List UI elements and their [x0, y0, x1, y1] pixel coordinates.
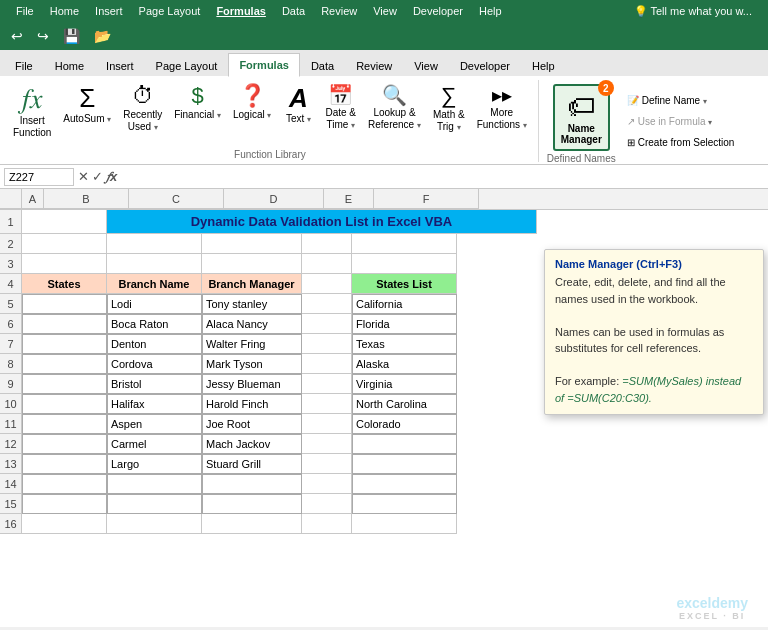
cell-c15[interactable]: [107, 494, 202, 514]
cell-e6[interactable]: [302, 314, 352, 334]
cell-d4-header[interactable]: Branch Manager: [202, 274, 302, 294]
cell-title[interactable]: Dynamic Data Validation List in Excel VB…: [107, 210, 537, 234]
save-button[interactable]: 💾: [58, 25, 85, 47]
cell-e10[interactable]: [302, 394, 352, 414]
cell-c6[interactable]: Boca Raton: [107, 314, 202, 334]
cell-f11[interactable]: Colorado: [352, 414, 457, 434]
cell-b11[interactable]: [22, 414, 107, 434]
col-header-f[interactable]: F: [374, 189, 479, 209]
cell-c4-header[interactable]: Branch Name: [107, 274, 202, 294]
menu-home[interactable]: Home: [42, 3, 87, 19]
cell-b7[interactable]: [22, 334, 107, 354]
recently-used-button[interactable]: ⏱ RecentlyUsed ▾: [118, 82, 167, 136]
cell-b14[interactable]: [22, 474, 107, 494]
cell-f8[interactable]: Alaska: [352, 354, 457, 374]
cell-d2[interactable]: [202, 234, 302, 254]
col-header-d[interactable]: D: [224, 189, 324, 209]
menu-developer[interactable]: Developer: [405, 3, 471, 19]
cell-c14[interactable]: [107, 474, 202, 494]
cancel-formula-icon[interactable]: ✕: [78, 169, 89, 185]
cell-c8[interactable]: Cordova: [107, 354, 202, 374]
open-button[interactable]: 📂: [89, 25, 116, 47]
cell-f7[interactable]: Texas: [352, 334, 457, 354]
tab-page-layout[interactable]: Page Layout: [145, 54, 229, 76]
cell-e16[interactable]: [302, 514, 352, 534]
cell-b15[interactable]: [22, 494, 107, 514]
cell-b12[interactable]: [22, 434, 107, 454]
cell-e2[interactable]: [302, 234, 352, 254]
cell-f12[interactable]: [352, 434, 457, 454]
cell-c5[interactable]: Lodi: [107, 294, 202, 314]
autosum-button[interactable]: Σ AutoSum ▾: [58, 82, 116, 128]
cell-d16[interactable]: [202, 514, 302, 534]
cell-f3[interactable]: [352, 254, 457, 274]
cell-d8[interactable]: Mark Tyson: [202, 354, 302, 374]
cell-d15[interactable]: [202, 494, 302, 514]
cell-d3[interactable]: [202, 254, 302, 274]
col-header-c[interactable]: C: [129, 189, 224, 209]
menu-view[interactable]: View: [365, 3, 405, 19]
cell-c11[interactable]: Aspen: [107, 414, 202, 434]
cell-b2[interactable]: [22, 234, 107, 254]
cell-e7[interactable]: [302, 334, 352, 354]
cell-f15[interactable]: [352, 494, 457, 514]
tab-formulas[interactable]: Formulas: [228, 53, 300, 77]
cell-d6[interactable]: Alaca Nancy: [202, 314, 302, 334]
cell-b6[interactable]: [22, 314, 107, 334]
menu-data[interactable]: Data: [274, 3, 313, 19]
cell-b10[interactable]: [22, 394, 107, 414]
date-time-button[interactable]: 📅 Date &Time ▾: [320, 82, 361, 134]
cell-f6[interactable]: Florida: [352, 314, 457, 334]
math-trig-button[interactable]: ∑ Math &Trig ▾: [428, 82, 470, 136]
cell-e13[interactable]: [302, 454, 352, 474]
cell-b8[interactable]: [22, 354, 107, 374]
cell-d7[interactable]: Walter Fring: [202, 334, 302, 354]
cell-e8[interactable]: [302, 354, 352, 374]
tab-view[interactable]: View: [403, 54, 449, 76]
cell-f4-header[interactable]: States List: [352, 274, 457, 294]
tab-data[interactable]: Data: [300, 54, 345, 76]
formula-input[interactable]: [121, 168, 764, 186]
cell-c13[interactable]: Largo: [107, 454, 202, 474]
redo-button[interactable]: ↪: [32, 25, 54, 47]
cell-e15[interactable]: [302, 494, 352, 514]
financial-button[interactable]: $ Financial ▾: [169, 82, 226, 124]
more-functions-button[interactable]: ▸▸ MoreFunctions ▾: [472, 82, 532, 134]
text-button[interactable]: A Text ▾: [278, 82, 318, 128]
undo-button[interactable]: ↩: [6, 25, 28, 47]
menu-formulas[interactable]: Formulas: [208, 3, 274, 19]
tab-developer[interactable]: Developer: [449, 54, 521, 76]
lookup-reference-button[interactable]: 🔍 Lookup &Reference ▾: [363, 82, 426, 134]
cell-c16[interactable]: [107, 514, 202, 534]
cell-e9[interactable]: [302, 374, 352, 394]
tab-review[interactable]: Review: [345, 54, 403, 76]
cell-b9[interactable]: [22, 374, 107, 394]
tab-insert[interactable]: Insert: [95, 54, 145, 76]
menu-file[interactable]: File: [8, 3, 42, 19]
cell-f16[interactable]: [352, 514, 457, 534]
cell-d13[interactable]: Stuard Grill: [202, 454, 302, 474]
cell-c9[interactable]: Bristol: [107, 374, 202, 394]
confirm-formula-icon[interactable]: ✓: [92, 169, 103, 185]
col-header-e[interactable]: E: [324, 189, 374, 209]
cell-e4[interactable]: [302, 274, 352, 294]
cell-c12[interactable]: Carmel: [107, 434, 202, 454]
cell-c3[interactable]: [107, 254, 202, 274]
menu-page-layout[interactable]: Page Layout: [131, 3, 209, 19]
cell-b13[interactable]: [22, 454, 107, 474]
create-from-selection-button[interactable]: ⊞ Create from Selection: [622, 134, 740, 151]
cell-b5[interactable]: [22, 294, 107, 314]
cell-e14[interactable]: [302, 474, 352, 494]
cell-b4-header[interactable]: States: [22, 274, 107, 294]
menu-search[interactable]: 💡 Tell me what you w...: [626, 3, 760, 20]
cell-c2[interactable]: [107, 234, 202, 254]
cell-d14[interactable]: [202, 474, 302, 494]
menu-insert[interactable]: Insert: [87, 3, 131, 19]
cell-f5[interactable]: California: [352, 294, 457, 314]
cell-b3[interactable]: [22, 254, 107, 274]
name-box[interactable]: [4, 168, 74, 186]
cell-c7[interactable]: Denton: [107, 334, 202, 354]
cell-f9[interactable]: Virginia: [352, 374, 457, 394]
cell-d12[interactable]: Mach Jackov: [202, 434, 302, 454]
use-in-formula-button[interactable]: ↗ Use in Formula ▾: [622, 113, 740, 130]
